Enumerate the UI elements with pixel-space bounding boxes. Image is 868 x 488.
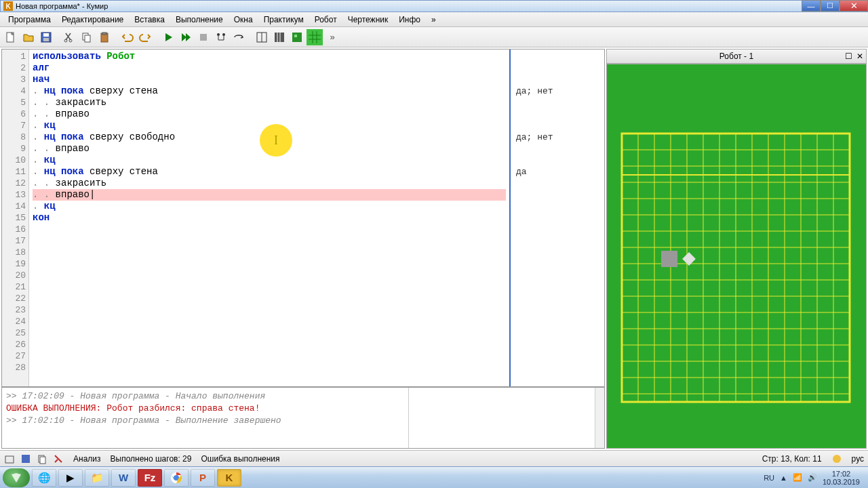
task-ie[interactable]: 🌐	[32, 469, 56, 487]
robot-titlebar[interactable]: Робот - 1 ☐ ✕	[606, 49, 867, 64]
svg-point-11	[217, 33, 220, 36]
tray-net-icon[interactable]: 📶	[793, 473, 802, 482]
status-steps: Выполнено шагов: 29	[111, 454, 192, 464]
svg-rect-10	[200, 34, 207, 41]
svg-rect-20	[309, 31, 321, 43]
notify-icon[interactable]	[831, 453, 842, 464]
status-icon-3[interactable]	[37, 453, 47, 464]
menu-Окна[interactable]: Окна	[229, 14, 258, 26]
open-file-button[interactable]	[20, 29, 37, 45]
svg-rect-15	[275, 33, 284, 42]
minimize-button[interactable]: —	[802, 0, 821, 12]
menu-Робот[interactable]: Робот	[309, 14, 342, 26]
code-editor[interactable]: 1234567891011121314151617181920212223242…	[2, 49, 604, 387]
statusbar: Анализ Выполнено шагов: 29 Ошибка выполн…	[0, 450, 868, 466]
robot-field[interactable]	[606, 64, 867, 449]
redo-button[interactable]	[137, 29, 153, 45]
maximize-button[interactable]: ☐	[821, 0, 840, 12]
status-analysis: Анализ	[73, 454, 101, 464]
status-icon-2[interactable]	[20, 453, 31, 464]
task-chrome[interactable]	[164, 469, 189, 487]
svg-rect-58	[5, 456, 14, 463]
titlebar[interactable]: K Новая программа* - Кумир — ☐ ✕	[0, 0, 868, 12]
step-button[interactable]	[178, 29, 194, 45]
menu-Чертежник[interactable]: Чертежник	[342, 14, 394, 26]
status-icon-4[interactable]	[53, 453, 64, 464]
taskbar: 🌐 ▶ 📁 W Fz P K RU ▲ 📶 🔊 17:02 10.03.2019	[0, 466, 868, 488]
app-icon: K	[3, 1, 13, 11]
new-file-button[interactable]	[3, 29, 19, 45]
menu-Вставка[interactable]: Вставка	[129, 14, 170, 26]
console[interactable]: >> 17:02:09 - Новая программа - Начало в…	[2, 387, 604, 448]
undo-button[interactable]	[119, 29, 136, 45]
system-tray[interactable]: RU ▲ 📶 🔊 17:02 10.03.2019	[758, 470, 865, 486]
cut-button[interactable]	[61, 29, 77, 45]
editor-pane: 1234567891011121314151617181920212223242…	[1, 49, 605, 449]
status-error: Ошибка выполнения	[201, 454, 279, 464]
robot-grid	[620, 132, 851, 417]
svg-rect-9	[102, 33, 106, 35]
run-button[interactable]	[160, 29, 176, 45]
robot-pane: Робот - 1 ☐ ✕	[606, 49, 867, 449]
window-title: Новая программа* - Кумир	[16, 2, 865, 10]
paste-button[interactable]	[96, 29, 113, 45]
task-word[interactable]: W	[111, 469, 136, 487]
line-gutter: 1234567891011121314151617181920212223242…	[2, 49, 29, 386]
step-over-button[interactable]	[231, 29, 247, 45]
task-ppt[interactable]: P	[191, 469, 215, 487]
svg-point-12	[222, 33, 225, 36]
more-button[interactable]: »	[324, 29, 340, 45]
close-button[interactable]: ✕	[840, 0, 868, 12]
task-explorer[interactable]: 📁	[85, 469, 109, 487]
task-filezilla[interactable]: Fz	[138, 469, 162, 487]
task-kumir[interactable]: K	[217, 469, 241, 487]
svg-rect-7	[85, 35, 90, 42]
svg-rect-59	[22, 455, 30, 463]
task-media[interactable]: ▶	[58, 469, 83, 487]
svg-rect-56	[661, 251, 677, 267]
status-icon-1[interactable]	[4, 453, 15, 464]
menu-Выполнение[interactable]: Выполнение	[170, 14, 229, 26]
start-button[interactable]	[3, 468, 30, 487]
menubar: ПрограммаРедактированиеВставкаВыполнение…	[0, 12, 868, 27]
scrollbar[interactable]	[595, 388, 604, 448]
save-button[interactable]	[38, 29, 54, 45]
menu-Практикум[interactable]: Практикум	[258, 14, 309, 26]
svg-rect-61	[40, 457, 45, 464]
stop-button[interactable]	[195, 29, 212, 45]
menu-Программа[interactable]: Программа	[3, 14, 56, 26]
robot-title-text: Робот - 1	[719, 52, 753, 61]
tray-sound-icon[interactable]: 🔊	[808, 473, 817, 482]
layout1-button[interactable]	[254, 29, 270, 45]
svg-rect-3	[43, 38, 49, 41]
robot-close-icon[interactable]: ✕	[856, 52, 863, 61]
status-lang: рус	[852, 454, 864, 464]
tray-flag-icon[interactable]: ▲	[780, 474, 787, 482]
svg-rect-2	[43, 33, 49, 37]
toolbar: »	[0, 27, 868, 47]
svg-rect-19	[294, 35, 297, 37]
menu-Редактирование[interactable]: Редактирование	[56, 14, 129, 26]
svg-rect-55	[622, 174, 850, 176]
svg-point-62	[833, 455, 841, 463]
grid-button[interactable]	[307, 29, 323, 45]
menu-Инфо[interactable]: Инфо	[393, 14, 426, 26]
robot-view-button[interactable]	[289, 29, 305, 45]
menu-»[interactable]: »	[426, 14, 441, 26]
status-position: Стр: 13, Кол: 11	[762, 454, 822, 464]
tray-lang[interactable]: RU	[764, 474, 774, 482]
tray-clock[interactable]: 17:02 10.03.2019	[823, 470, 860, 486]
cursor-highlight: I	[260, 124, 292, 157]
copy-button[interactable]	[79, 29, 95, 45]
layout2-button[interactable]	[271, 29, 288, 45]
step-into-button[interactable]	[213, 29, 229, 45]
app-window: K Новая программа* - Кумир — ☐ ✕ Програм…	[0, 0, 868, 488]
robot-restore-icon[interactable]: ☐	[845, 52, 852, 61]
